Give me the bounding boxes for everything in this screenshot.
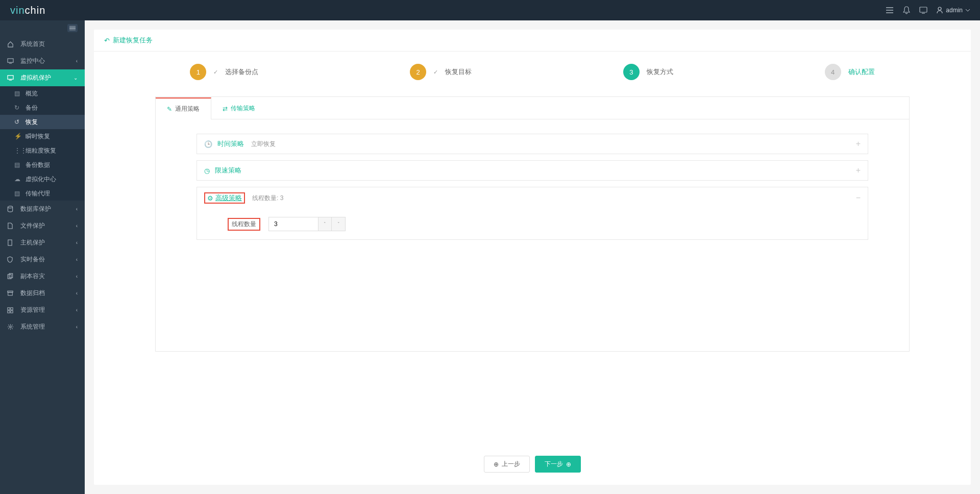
- sidebar-item-label: 实时备份: [20, 255, 45, 264]
- step-circle: 2: [410, 64, 426, 80]
- step-label: 恢复方式: [647, 67, 673, 77]
- minus-icon[interactable]: −: [856, 193, 861, 203]
- footer-buttons: ⊕ 上一步 下一步 ⊕: [94, 443, 971, 485]
- sub-transfer-agent[interactable]: ▤传输代理: [0, 186, 85, 201]
- sidebar-item-label: 文件保护: [20, 221, 45, 230]
- sidebar-item-resources[interactable]: 资源管理‹: [0, 302, 85, 318]
- svg-point-20: [10, 326, 12, 328]
- strategy-sub: 线程数量: 3: [252, 194, 283, 203]
- svg-rect-11: [8, 240, 12, 245]
- step-4: 4 确认配置: [825, 64, 875, 80]
- spinner-buttons: ˄ ˅: [318, 217, 345, 231]
- sidebar-item-archive[interactable]: 数据归档‹: [0, 285, 85, 302]
- strategy-sub: 立即恢复: [251, 140, 276, 149]
- thread-input[interactable]: [269, 217, 318, 231]
- chevron-left-icon: ‹: [76, 324, 78, 330]
- spinner-down[interactable]: ˅: [332, 217, 345, 231]
- svg-rect-8: [8, 76, 13, 79]
- sidebar-item-replica[interactable]: 副本容灾‹: [0, 268, 85, 285]
- vm-submenu: ▤概览 ↻备份 ↺恢复 ⚡瞬时恢复 ⋮⋮细粒度恢复 ▤备份数据 ☁虚拟化中心 ▤…: [0, 86, 85, 201]
- thread-row: 线程数量 ˄ ˅: [207, 217, 346, 231]
- panel: ↶ 新建恢复任务 1 ✓ 选择备份点 2 ✓ 恢复目标 3 恢复方式: [94, 30, 971, 485]
- sub-backup[interactable]: ↻备份: [0, 101, 85, 115]
- topbar-right: admin: [886, 6, 970, 14]
- user-menu[interactable]: admin: [937, 7, 970, 14]
- step-circle: 1: [190, 64, 206, 80]
- sub-restore[interactable]: ↺恢复: [0, 115, 85, 129]
- chevron-down-icon: ⌄: [74, 75, 78, 81]
- wizard-steps: 1 ✓ 选择备份点 2 ✓ 恢复目标 3 恢复方式 4 确认配置: [94, 52, 971, 96]
- sidebar-item-label: 备份: [26, 104, 38, 112]
- bell-icon[interactable]: [903, 6, 910, 14]
- host-icon: [7, 239, 15, 246]
- step-label: 选择备份点: [225, 67, 258, 77]
- back-arrow-icon[interactable]: ↶: [104, 37, 110, 44]
- prev-button[interactable]: ⊕ 上一步: [484, 456, 530, 473]
- sidebar-item-label: 主机保护: [20, 238, 45, 247]
- sub-overview[interactable]: ▤概览: [0, 86, 85, 101]
- logo[interactable]: vinchin: [10, 0, 45, 20]
- next-button[interactable]: 下一步 ⊕: [535, 456, 581, 473]
- chevron-left-icon: ‹: [76, 206, 78, 212]
- sidebar-item-label: 监控中心: [20, 57, 45, 65]
- sub-virtual-center[interactable]: ☁虚拟化中心: [0, 172, 85, 186]
- svg-rect-16: [8, 307, 10, 309]
- strategy-title: 限速策略: [215, 166, 241, 175]
- shield-icon: [7, 256, 15, 263]
- logo-part2: chin: [25, 5, 46, 16]
- sidebar-item-label: 概览: [26, 89, 38, 98]
- chevron-left-icon: ‹: [76, 290, 78, 296]
- tab-transfer[interactable]: ⇄ 传输策略: [211, 97, 266, 119]
- tab-general[interactable]: ✎ 通用策略: [156, 97, 211, 119]
- sub-instant-restore[interactable]: ⚡瞬时恢复: [0, 129, 85, 143]
- svg-rect-3: [920, 7, 927, 12]
- sidebar-item-home[interactable]: 系统首页: [0, 36, 85, 53]
- file-icon: [7, 223, 15, 229]
- sub-granular-restore[interactable]: ⋮⋮细粒度恢复: [0, 143, 85, 158]
- sidebar-item-file[interactable]: 文件保护‹: [0, 217, 85, 234]
- time-strategy-header[interactable]: 🕒 时间策略 立即恢复 +: [197, 134, 868, 154]
- vm-icon: [7, 75, 15, 81]
- resources-icon: [7, 307, 15, 313]
- sidebar-item-system[interactable]: 系统管理‹: [0, 318, 85, 335]
- hamburger-icon[interactable]: [67, 24, 78, 32]
- agent-icon: ▤: [14, 190, 21, 197]
- monitor-icon[interactable]: [919, 7, 927, 14]
- tab-bar: ✎ 通用策略 ⇄ 传输策略: [156, 97, 909, 119]
- plus-icon[interactable]: +: [856, 166, 861, 175]
- step-3: 3 恢复方式: [623, 64, 673, 80]
- spinner-up[interactable]: ˄: [318, 217, 332, 231]
- step-1[interactable]: 1 ✓ 选择备份点: [190, 64, 258, 80]
- topbar: vinchin admin: [0, 0, 980, 20]
- svg-rect-19: [11, 310, 13, 312]
- plus-icon[interactable]: +: [856, 139, 861, 149]
- step-label: 恢复目标: [445, 67, 472, 77]
- strategy-title: 时间策略: [217, 139, 244, 149]
- panel-header: ↶ 新建恢复任务: [94, 30, 971, 52]
- pencil-icon: ✎: [167, 106, 172, 113]
- copy-icon: [7, 273, 15, 280]
- sidebar-item-label: 细粒度恢复: [26, 146, 56, 155]
- sidebar-item-db[interactable]: 数据库保护‹: [0, 201, 85, 217]
- archive-icon: [7, 290, 15, 296]
- sidebar-item-vm-protection[interactable]: 虚拟机保护 ⌄: [0, 69, 85, 86]
- strategy-title: 高级策略: [215, 193, 242, 203]
- sidebar-item-label: 虚拟化中心: [26, 175, 56, 184]
- home-icon: [7, 41, 15, 47]
- list-icon[interactable]: [886, 7, 894, 14]
- sidebar-item-label: 资源管理: [20, 306, 45, 314]
- chevron-left-icon: ‹: [76, 257, 78, 262]
- check-icon: ✓: [213, 69, 218, 76]
- speed-strategy-header[interactable]: ◷ 限速策略 +: [197, 161, 868, 180]
- user-icon: [937, 7, 943, 14]
- advanced-strategy-header[interactable]: ⚙ 高级策略 线程数量: 3 −: [197, 187, 868, 209]
- content-area: ✎ 通用策略 ⇄ 传输策略 🕒 时间策略: [94, 96, 971, 443]
- sidebar-item-realtime[interactable]: 实时备份‹: [0, 251, 85, 268]
- sidebar-item-monitor[interactable]: 监控中心 ‹: [0, 53, 85, 69]
- sub-backup-data[interactable]: ▤备份数据: [0, 158, 85, 172]
- sidebar-item-host[interactable]: 主机保护‹: [0, 234, 85, 251]
- step-2[interactable]: 2 ✓ 恢复目标: [410, 64, 472, 80]
- chevron-down-icon: [966, 9, 970, 12]
- tab-label: 通用策略: [175, 105, 200, 113]
- sidebar-item-label: 备份数据: [26, 161, 50, 169]
